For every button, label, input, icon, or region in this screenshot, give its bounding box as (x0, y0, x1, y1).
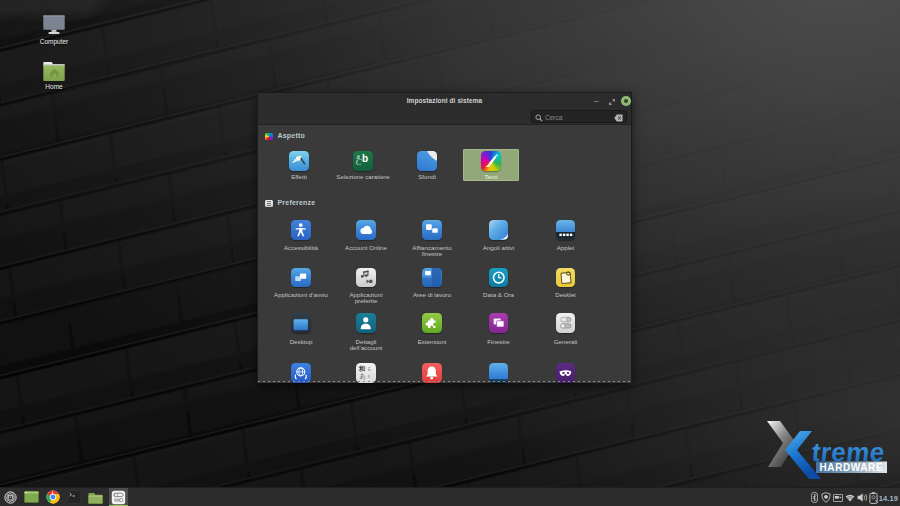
svg-text:HARDWARE: HARDWARE (820, 462, 884, 473)
